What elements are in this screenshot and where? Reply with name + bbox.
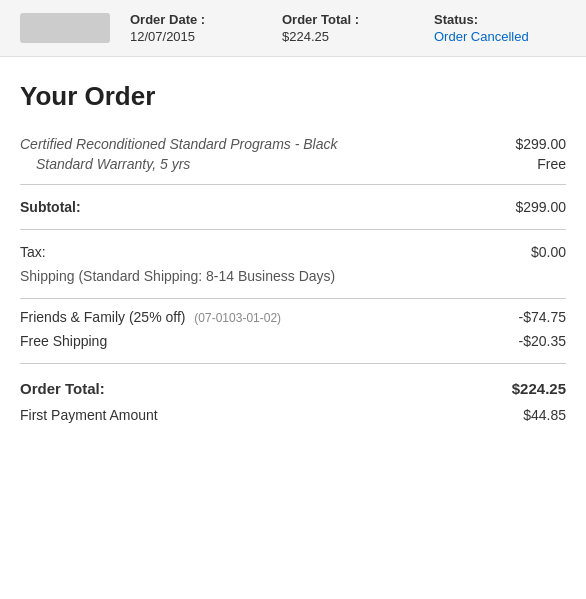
logo-placeholder [20,13,110,43]
free-shipping-value: -$20.35 [519,333,566,349]
discount-1-code: (07-0103-01-02) [194,311,281,325]
order-total-label: Order Total : [282,12,414,27]
shipping-label: Shipping (Standard Shipping: 8-14 Busine… [20,268,335,284]
tax-line: Tax: $0.00 [20,236,566,264]
subtotal-value: $299.00 [515,199,566,215]
status-value: Order Cancelled [434,29,566,44]
subtotal-label: Subtotal: [20,199,81,215]
divider-2 [20,229,566,230]
tax-value: $0.00 [531,244,566,260]
order-main-content: Your Order Certified Reconditioned Stand… [0,57,586,447]
status-field: Status: Order Cancelled [434,12,566,44]
divider-4 [20,363,566,364]
first-payment-line: First Payment Amount $44.85 [20,403,566,427]
status-label: Status: [434,12,566,27]
your-order-title: Your Order [20,81,566,112]
divider-3 [20,298,566,299]
warranty-line: Standard Warranty, 5 yrs Free [20,154,566,178]
product-price: $299.00 [515,136,566,152]
free-shipping-label: Free Shipping [20,333,107,349]
order-total-line: Order Total: $224.25 [20,370,566,403]
warranty-value: Free [537,156,566,172]
order-total-value: $224.25 [282,29,414,44]
discount-line-1: Friends & Family (25% off) (07-0103-01-0… [20,305,566,329]
tax-label: Tax: [20,244,46,260]
order-date-label: Order Date : [130,12,262,27]
product-line: Certified Reconditioned Standard Program… [20,130,566,154]
first-payment-label: First Payment Amount [20,407,158,423]
order-header: Order Date : 12/07/2015 Order Total : $2… [0,0,586,57]
free-shipping-discount-line: Free Shipping -$20.35 [20,329,566,357]
subtotal-line: Subtotal: $299.00 [20,191,566,223]
product-name: Certified Reconditioned Standard Program… [20,136,338,152]
warranty-label: Standard Warranty, 5 yrs [36,156,190,172]
order-total-label: Order Total: [20,380,105,397]
discount-1-label: Friends & Family (25% off) (07-0103-01-0… [20,309,281,325]
divider-1 [20,184,566,185]
order-total-value: $224.25 [512,380,566,397]
discount-1-value: -$74.75 [519,309,566,325]
order-total-field: Order Total : $224.25 [282,12,414,44]
first-payment-value: $44.85 [523,407,566,423]
shipping-line: Shipping (Standard Shipping: 8-14 Busine… [20,264,566,292]
order-date-value: 12/07/2015 [130,29,262,44]
order-date-field: Order Date : 12/07/2015 [130,12,262,44]
